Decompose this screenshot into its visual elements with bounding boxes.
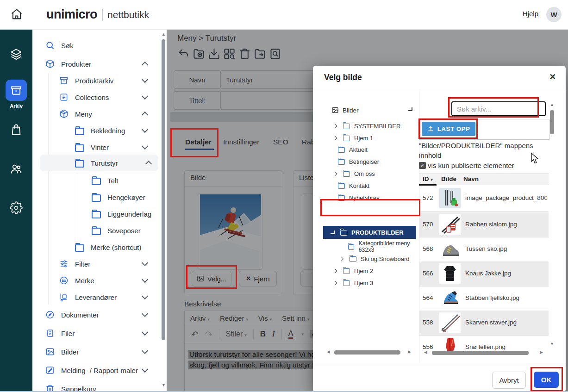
archive-rail-button[interactable] [6, 80, 27, 101]
sidebar-item-collections[interactable]: Collections [32, 89, 162, 106]
tree-item-kategoribilder[interactable]: Kategoribilder meny 632x3 [348, 241, 419, 253]
sidebar-item-filer[interactable]: Filer [32, 325, 162, 342]
brand-logo: unimicro nettbutikk [46, 0, 149, 29]
sidebar-item-produkter[interactable]: Produkter [32, 56, 162, 72]
sidebar-item-vinter[interactable]: Vinter [32, 139, 162, 156]
package-icon [45, 59, 55, 68]
sidebar-item-sok[interactable]: Søk [32, 37, 162, 54]
tree-item-aktuelt[interactable]: Aktuelt [338, 143, 368, 156]
tree-item-hjem3[interactable]: Hjem 3 [333, 277, 373, 289]
layers-icon[interactable] [10, 48, 23, 61]
tree-item-betingelser[interactable]: Betingelser [338, 156, 379, 168]
thumb-red-skins [439, 337, 461, 351]
scroll-down-arrow[interactable]: ▼ [550, 342, 554, 346]
table-row[interactable]: 556 Snø fellen.png [419, 335, 549, 351]
folder-icon [92, 194, 101, 202]
chevron-down-icon [142, 76, 148, 83]
tree-item-hjem1[interactable]: Hjem 1 [333, 132, 373, 144]
col-navn[interactable]: Navn [463, 175, 479, 182]
sidebar-item-produktarkiv[interactable]: Produktarkiv [32, 72, 162, 89]
table-row[interactable]: 568 Tussen sko.jpg [419, 237, 549, 262]
scroll-right-arrow[interactable]: ▶ [540, 350, 543, 355]
menu-package-icon [59, 109, 69, 118]
tree-item-nyhetsbrev[interactable]: Nyhetsbrev [338, 192, 380, 204]
sidebar-item-bekledning[interactable]: Bekledning [32, 122, 162, 139]
collapse-corner-icon[interactable] [408, 107, 412, 111]
table-vscroll-thumb[interactable] [550, 110, 554, 134]
sidebar-item-bilder[interactable]: Bilder [32, 343, 162, 360]
tree-item-produktbilder[interactable]: PRODUKTBILDER [323, 226, 416, 239]
sidebar-item-merke-shortcut[interactable]: Merke (shortcut) [32, 239, 162, 255]
tree-hscroll-thumb[interactable] [334, 350, 400, 355]
sidebar-item-label: Filer [61, 330, 75, 337]
tree-item-ski-og-snowboard[interactable]: Ski og Snowboard [340, 253, 410, 265]
topbar: unimicro nettbutikk Hjelp W [0, 0, 568, 30]
sidebar-item-soveposer[interactable]: Soveposer [32, 222, 162, 239]
thumb-ski-poles [439, 312, 461, 333]
shop-bag-icon[interactable] [10, 123, 23, 136]
thumb-blue-boot [439, 288, 461, 308]
folder-icon [340, 230, 347, 236]
sidebar-item-liggeunderlag[interactable]: Liggeunderlag [32, 205, 162, 222]
sidebar-item-merke[interactable]: Merke [32, 272, 162, 289]
folder-icon [343, 268, 350, 274]
scroll-up-arrow[interactable]: ▲ [162, 32, 166, 37]
tree-root-bilder[interactable]: Bilder [331, 104, 359, 116]
brand-name: unimicro [46, 7, 97, 22]
sidebar-item-turutstyr[interactable]: Turutstyr [40, 155, 158, 171]
table-rows: 572 image_package_product_800x800 570 Ra… [419, 185, 549, 351]
settings-gear-icon[interactable] [10, 201, 23, 214]
table-hscroll-thumb[interactable] [432, 351, 529, 355]
col-bilde[interactable]: Bilde [441, 175, 456, 182]
checkbox-label: vis kun publiserte elementer [428, 162, 514, 169]
archive-search-input[interactable] [451, 101, 546, 116]
tree-item-om-oss[interactable]: Om oss [333, 168, 375, 180]
sidebar-item-telt[interactable]: Telt [32, 172, 162, 189]
table-row[interactable]: 572 image_package_product_800x800 [419, 186, 549, 212]
chevron-up-icon [142, 62, 148, 68]
nav-scrollbar-thumb[interactable] [162, 39, 165, 340]
home-icon[interactable] [10, 8, 23, 21]
customers-icon[interactable] [10, 162, 23, 175]
folder-icon [343, 124, 350, 129]
tree-item-systembilder[interactable]: SYSTEMBILDER [333, 120, 400, 132]
checkbox-checked-icon[interactable]: ✓ [419, 162, 426, 169]
tree-item-kontakt[interactable]: Kontakt [338, 180, 369, 192]
handtruck-icon [59, 292, 69, 302]
last-opp-button[interactable]: LAST OPP [422, 122, 475, 136]
sidebar-item-maler[interactable]: Melding- / Rapport-maler [32, 362, 162, 379]
table-row[interactable]: 558 Skarven staver.jpg [419, 311, 549, 336]
archive-icon [59, 76, 69, 85]
scroll-down-arrow[interactable]: ▼ [162, 383, 166, 387]
file-list-icon [45, 329, 55, 338]
table-row[interactable]: 570 Rabben slalom.jpg [419, 212, 549, 237]
chevron-down-icon [142, 311, 148, 317]
sidebar-item-soppelkurv[interactable]: Søppelkurv [32, 380, 162, 392]
chevron-right-icon [333, 136, 337, 140]
table-row[interactable]: 566 Knaus Jakke.jpg [419, 261, 549, 286]
sidebar-item-leverandorer[interactable]: Leverandører [32, 289, 162, 305]
folder-icon [75, 128, 84, 135]
scroll-left-arrow[interactable]: ◀ [424, 350, 427, 355]
col-id[interactable]: ID ▾ [423, 175, 433, 182]
scroll-right-arrow[interactable]: ▶ [408, 350, 411, 354]
scroll-up-arrow[interactable]: ▲ [550, 103, 554, 107]
sidebar-item-filter[interactable]: Filter [32, 255, 162, 272]
ok-button[interactable]: OK [534, 372, 559, 388]
sidebar-item-meny[interactable]: Meny [32, 106, 162, 122]
avatar[interactable]: W [546, 7, 562, 22]
velg-bilde-modal: Velg bilde × Bilder SYSTEMBILDER Hjem 1 … [313, 66, 566, 392]
close-icon[interactable]: × [549, 71, 556, 83]
published-filter[interactable]: ✓ vis kun publiserte elementer [419, 162, 514, 169]
scroll-left-arrow[interactable]: ◀ [327, 350, 330, 354]
sidebar-item-dokumenter[interactable]: Dokumenter [32, 306, 162, 323]
folder-icon [348, 244, 354, 250]
sidebar-item-hengekoyer[interactable]: Hengekøyer [32, 189, 162, 205]
folder-icon [343, 171, 350, 177]
table-row[interactable]: 564 Stabben fjellsko.jpg [419, 286, 549, 311]
avbryt-button[interactable]: Avbryt [492, 372, 526, 389]
help-link[interactable]: Hjelp [523, 10, 538, 18]
tree-item-hjem2[interactable]: Hjem 2 [333, 265, 373, 277]
chevron-right-icon [333, 124, 337, 128]
image-icon [45, 347, 55, 356]
